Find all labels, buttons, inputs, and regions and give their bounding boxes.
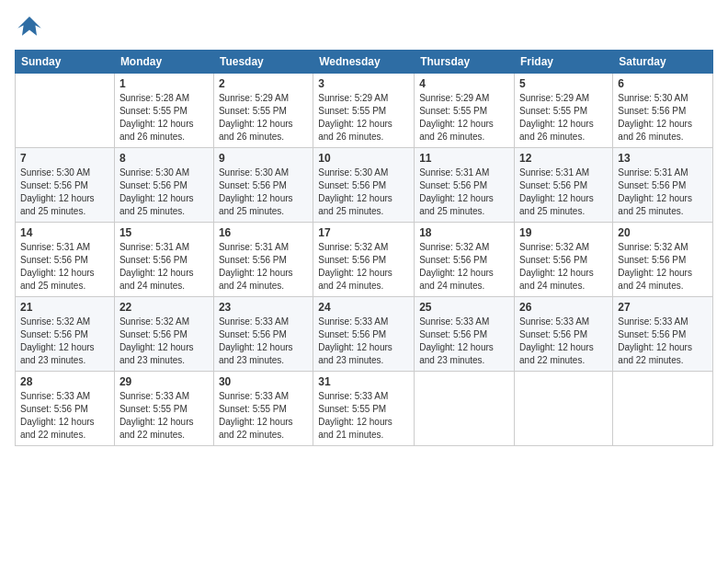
cell-info: Sunrise: 5:30 AM Sunset: 5:56 PM Dayligh… <box>20 167 109 218</box>
day-number: 3 <box>318 77 409 90</box>
calendar-cell: 15Sunrise: 5:31 AM Sunset: 5:56 PM Dayli… <box>114 223 213 297</box>
cell-info: Sunrise: 5:33 AM Sunset: 5:56 PM Dayligh… <box>519 316 608 367</box>
calendar-cell: 7Sunrise: 5:30 AM Sunset: 5:56 PM Daylig… <box>16 148 115 223</box>
cell-info: Sunrise: 5:32 AM Sunset: 5:56 PM Dayligh… <box>20 316 109 367</box>
calendar-cell <box>16 74 115 148</box>
calendar-cell: 26Sunrise: 5:33 AM Sunset: 5:56 PM Dayli… <box>515 297 613 372</box>
day-number: 26 <box>519 301 608 314</box>
cell-info: Sunrise: 5:31 AM Sunset: 5:56 PM Dayligh… <box>20 241 109 293</box>
cell-info: Sunrise: 5:31 AM Sunset: 5:56 PM Dayligh… <box>618 167 708 218</box>
day-number: 5 <box>519 77 608 90</box>
calendar-cell: 19Sunrise: 5:32 AM Sunset: 5:56 PM Dayli… <box>515 223 613 297</box>
day-number: 8 <box>119 152 209 165</box>
day-number: 28 <box>20 375 109 388</box>
calendar-cell: 13Sunrise: 5:31 AM Sunset: 5:56 PM Dayli… <box>613 148 713 223</box>
calendar-cell: 20Sunrise: 5:32 AM Sunset: 5:56 PM Dayli… <box>613 223 713 297</box>
calendar-cell <box>613 372 713 446</box>
day-number: 12 <box>519 152 608 165</box>
day-number: 13 <box>618 152 708 165</box>
calendar-cell: 3Sunrise: 5:29 AM Sunset: 5:55 PM Daylig… <box>313 74 415 148</box>
col-header-tuesday: Tuesday <box>213 51 313 74</box>
week-row-1: 1Sunrise: 5:28 AM Sunset: 5:55 PM Daylig… <box>16 74 713 148</box>
calendar-cell: 5Sunrise: 5:29 AM Sunset: 5:55 PM Daylig… <box>515 74 613 148</box>
cell-info: Sunrise: 5:33 AM Sunset: 5:56 PM Dayligh… <box>318 316 409 367</box>
page-header <box>15 15 713 40</box>
day-number: 4 <box>419 77 509 90</box>
calendar-cell: 10Sunrise: 5:30 AM Sunset: 5:56 PM Dayli… <box>313 148 415 223</box>
cell-info: Sunrise: 5:29 AM Sunset: 5:55 PM Dayligh… <box>219 92 308 144</box>
day-number: 21 <box>20 301 109 314</box>
day-number: 23 <box>219 301 308 314</box>
week-row-3: 14Sunrise: 5:31 AM Sunset: 5:56 PM Dayli… <box>16 223 713 297</box>
calendar-cell: 11Sunrise: 5:31 AM Sunset: 5:56 PM Dayli… <box>415 148 515 223</box>
cell-info: Sunrise: 5:33 AM Sunset: 5:55 PM Dayligh… <box>119 390 209 442</box>
cell-info: Sunrise: 5:29 AM Sunset: 5:55 PM Dayligh… <box>419 92 509 144</box>
day-number: 10 <box>318 152 409 165</box>
calendar-cell: 6Sunrise: 5:30 AM Sunset: 5:56 PM Daylig… <box>613 74 713 148</box>
cell-info: Sunrise: 5:32 AM Sunset: 5:56 PM Dayligh… <box>519 241 608 293</box>
calendar-cell: 8Sunrise: 5:30 AM Sunset: 5:56 PM Daylig… <box>114 148 213 223</box>
calendar-cell: 22Sunrise: 5:32 AM Sunset: 5:56 PM Dayli… <box>114 297 213 372</box>
header-row: SundayMondayTuesdayWednesdayThursdayFrid… <box>16 51 713 74</box>
day-number: 1 <box>119 77 209 90</box>
logo <box>15 15 48 40</box>
cell-info: Sunrise: 5:31 AM Sunset: 5:56 PM Dayligh… <box>219 241 308 293</box>
cell-info: Sunrise: 5:33 AM Sunset: 5:56 PM Dayligh… <box>419 316 509 367</box>
day-number: 2 <box>219 77 308 90</box>
week-row-2: 7Sunrise: 5:30 AM Sunset: 5:56 PM Daylig… <box>16 148 713 223</box>
day-number: 30 <box>219 375 308 388</box>
calendar-cell: 14Sunrise: 5:31 AM Sunset: 5:56 PM Dayli… <box>16 223 115 297</box>
cell-info: Sunrise: 5:30 AM Sunset: 5:56 PM Dayligh… <box>219 167 308 218</box>
col-header-wednesday: Wednesday <box>313 51 415 74</box>
logo-bird-icon <box>15 15 44 40</box>
cell-info: Sunrise: 5:30 AM Sunset: 5:56 PM Dayligh… <box>618 92 708 144</box>
col-header-saturday: Saturday <box>613 51 713 74</box>
cell-info: Sunrise: 5:33 AM Sunset: 5:55 PM Dayligh… <box>318 390 409 442</box>
calendar-cell: 24Sunrise: 5:33 AM Sunset: 5:56 PM Dayli… <box>313 297 415 372</box>
calendar-cell: 1Sunrise: 5:28 AM Sunset: 5:55 PM Daylig… <box>114 74 213 148</box>
week-row-5: 28Sunrise: 5:33 AM Sunset: 5:56 PM Dayli… <box>16 372 713 446</box>
cell-info: Sunrise: 5:33 AM Sunset: 5:55 PM Dayligh… <box>219 390 308 442</box>
cell-info: Sunrise: 5:32 AM Sunset: 5:56 PM Dayligh… <box>318 241 409 293</box>
calendar-cell: 25Sunrise: 5:33 AM Sunset: 5:56 PM Dayli… <box>415 297 515 372</box>
cell-info: Sunrise: 5:32 AM Sunset: 5:56 PM Dayligh… <box>618 241 708 293</box>
day-number: 18 <box>419 226 509 239</box>
col-header-sunday: Sunday <box>16 51 115 74</box>
day-number: 27 <box>618 301 708 314</box>
calendar-cell: 29Sunrise: 5:33 AM Sunset: 5:55 PM Dayli… <box>114 372 213 446</box>
calendar-cell: 16Sunrise: 5:31 AM Sunset: 5:56 PM Dayli… <box>213 223 313 297</box>
day-number: 15 <box>119 226 209 239</box>
cell-info: Sunrise: 5:30 AM Sunset: 5:56 PM Dayligh… <box>119 167 209 218</box>
cell-info: Sunrise: 5:32 AM Sunset: 5:56 PM Dayligh… <box>419 241 509 293</box>
day-number: 22 <box>119 301 209 314</box>
cell-info: Sunrise: 5:31 AM Sunset: 5:56 PM Dayligh… <box>119 241 209 293</box>
calendar-cell: 4Sunrise: 5:29 AM Sunset: 5:55 PM Daylig… <box>415 74 515 148</box>
calendar-cell: 30Sunrise: 5:33 AM Sunset: 5:55 PM Dayli… <box>213 372 313 446</box>
day-number: 20 <box>618 226 708 239</box>
day-number: 7 <box>20 152 109 165</box>
cell-info: Sunrise: 5:29 AM Sunset: 5:55 PM Dayligh… <box>318 92 409 144</box>
day-number: 14 <box>20 226 109 239</box>
calendar-cell <box>415 372 515 446</box>
cell-info: Sunrise: 5:28 AM Sunset: 5:55 PM Dayligh… <box>119 92 209 144</box>
day-number: 31 <box>318 375 409 388</box>
day-number: 19 <box>519 226 608 239</box>
day-number: 11 <box>419 152 509 165</box>
day-number: 24 <box>318 301 409 314</box>
col-header-monday: Monday <box>114 51 213 74</box>
calendar-cell: 27Sunrise: 5:33 AM Sunset: 5:56 PM Dayli… <box>613 297 713 372</box>
calendar-cell: 31Sunrise: 5:33 AM Sunset: 5:55 PM Dayli… <box>313 372 415 446</box>
col-header-thursday: Thursday <box>415 51 515 74</box>
day-number: 9 <box>219 152 308 165</box>
cell-info: Sunrise: 5:33 AM Sunset: 5:56 PM Dayligh… <box>20 390 109 442</box>
col-header-friday: Friday <box>515 51 613 74</box>
calendar-cell: 12Sunrise: 5:31 AM Sunset: 5:56 PM Dayli… <box>515 148 613 223</box>
cell-info: Sunrise: 5:33 AM Sunset: 5:56 PM Dayligh… <box>219 316 308 367</box>
calendar-cell: 17Sunrise: 5:32 AM Sunset: 5:56 PM Dayli… <box>313 223 415 297</box>
cell-info: Sunrise: 5:33 AM Sunset: 5:56 PM Dayligh… <box>618 316 708 367</box>
cell-info: Sunrise: 5:31 AM Sunset: 5:56 PM Dayligh… <box>419 167 509 218</box>
day-number: 6 <box>618 77 708 90</box>
day-number: 17 <box>318 226 409 239</box>
calendar-cell: 18Sunrise: 5:32 AM Sunset: 5:56 PM Dayli… <box>415 223 515 297</box>
calendar-cell: 28Sunrise: 5:33 AM Sunset: 5:56 PM Dayli… <box>16 372 115 446</box>
